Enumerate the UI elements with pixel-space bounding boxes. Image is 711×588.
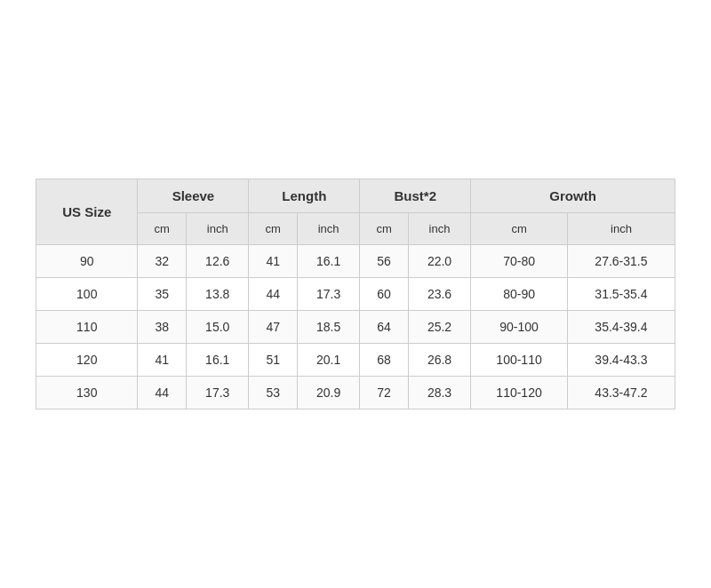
growth-inch-cell: 27.6-31.5 xyxy=(567,245,675,278)
table-row: 1204116.15120.16826.8100-11039.4-43.3 xyxy=(36,344,675,377)
sleeve-inch-cell: 12.6 xyxy=(187,245,249,278)
length-inch-cell: 20.9 xyxy=(297,377,359,409)
table-row: 1304417.35320.97228.3110-12043.3-47.2 xyxy=(36,377,675,409)
length-inch-cell: 16.1 xyxy=(297,245,359,278)
sleeve-cm-cell: 38 xyxy=(138,311,187,344)
length-inch-cell: 18.5 xyxy=(297,311,359,344)
growth-cm-cell: 80-90 xyxy=(471,278,568,311)
growth-cm-cell: 90-100 xyxy=(471,311,568,344)
size-cell: 120 xyxy=(36,344,138,377)
size-cell: 100 xyxy=(36,278,138,311)
table-row: 1003513.84417.36023.680-9031.5-35.4 xyxy=(36,278,675,311)
growth-inch-cell: 31.5-35.4 xyxy=(567,278,675,311)
size-cell: 130 xyxy=(36,377,138,409)
bust-cm-cell: 56 xyxy=(360,245,409,278)
sleeve-cm-cell: 32 xyxy=(138,245,187,278)
length-cm-cell: 44 xyxy=(249,278,298,311)
sleeve-cm-subheader: cm xyxy=(138,213,187,245)
size-chart-container: US Size Sleeve Length Bust*2 Growth cm i… xyxy=(36,179,675,409)
length-cm-subheader: cm xyxy=(249,213,298,245)
growth-cm-cell: 70-80 xyxy=(471,245,568,278)
length-cm-cell: 41 xyxy=(249,245,298,278)
sleeve-inch-subheader: inch xyxy=(187,213,249,245)
growth-inch-cell: 43.3-47.2 xyxy=(567,377,675,409)
sleeve-cm-cell: 41 xyxy=(138,344,187,377)
growth-header: Growth xyxy=(471,179,675,213)
sleeve-inch-cell: 13.8 xyxy=(187,278,249,311)
length-inch-cell: 17.3 xyxy=(297,278,359,311)
sleeve-inch-cell: 16.1 xyxy=(187,344,249,377)
growth-inch-subheader: inch xyxy=(567,213,675,245)
growth-cm-cell: 100-110 xyxy=(471,344,568,377)
length-cm-cell: 47 xyxy=(249,311,298,344)
growth-inch-cell: 39.4-43.3 xyxy=(567,344,675,377)
bust-header: Bust*2 xyxy=(360,179,471,213)
length-inch-cell: 20.1 xyxy=(297,344,359,377)
bust-cm-cell: 60 xyxy=(360,278,409,311)
table-row: 903212.64116.15622.070-8027.6-31.5 xyxy=(36,245,675,278)
length-header: Length xyxy=(249,179,360,213)
length-cm-cell: 53 xyxy=(249,377,298,409)
us-size-header: US Size xyxy=(36,179,138,245)
sleeve-cm-cell: 35 xyxy=(138,278,187,311)
growth-inch-cell: 35.4-39.4 xyxy=(567,311,675,344)
bust-inch-cell: 26.8 xyxy=(408,344,470,377)
bust-cm-cell: 68 xyxy=(360,344,409,377)
size-chart-table: US Size Sleeve Length Bust*2 Growth cm i… xyxy=(36,179,675,409)
bust-inch-cell: 22.0 xyxy=(408,245,470,278)
bust-inch-cell: 25.2 xyxy=(408,311,470,344)
bust-cm-cell: 72 xyxy=(360,377,409,409)
growth-cm-cell: 110-120 xyxy=(471,377,568,409)
sleeve-header: Sleeve xyxy=(138,179,249,213)
sleeve-cm-cell: 44 xyxy=(138,377,187,409)
sleeve-inch-cell: 17.3 xyxy=(187,377,249,409)
bust-cm-subheader: cm xyxy=(360,213,409,245)
size-cell: 110 xyxy=(36,311,138,344)
sleeve-inch-cell: 15.0 xyxy=(187,311,249,344)
length-cm-cell: 51 xyxy=(249,344,298,377)
bust-inch-cell: 28.3 xyxy=(408,377,470,409)
bust-inch-cell: 23.6 xyxy=(408,278,470,311)
size-cell: 90 xyxy=(36,245,138,278)
growth-cm-subheader: cm xyxy=(471,213,568,245)
table-row: 1103815.04718.56425.290-10035.4-39.4 xyxy=(36,311,675,344)
length-inch-subheader: inch xyxy=(297,213,359,245)
bust-cm-cell: 64 xyxy=(360,311,409,344)
bust-inch-subheader: inch xyxy=(408,213,470,245)
